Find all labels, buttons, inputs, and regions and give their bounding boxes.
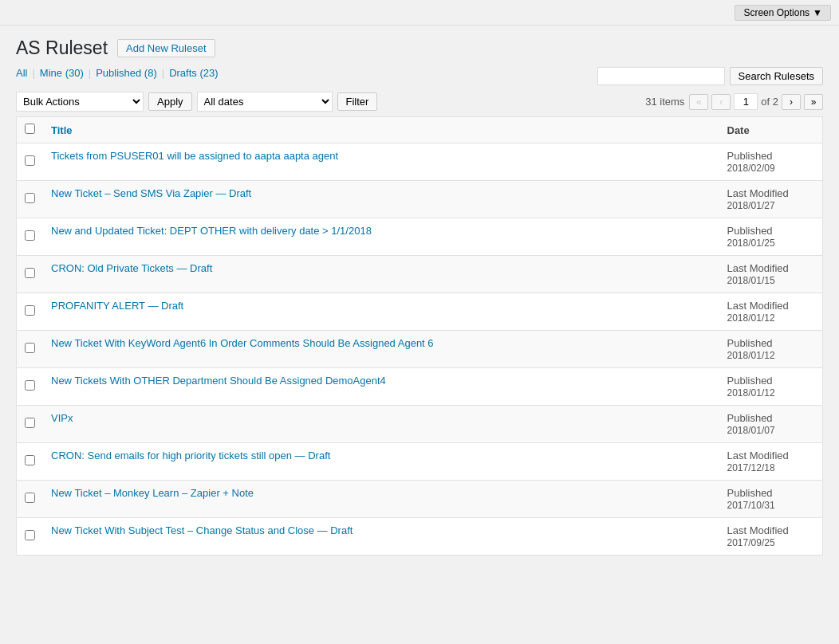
row-title-cell: New Ticket With KeyWord Agent6 In Order … — [43, 331, 719, 368]
filter-all-link[interactable]: All — [16, 67, 27, 79]
row-title-link[interactable]: New and Updated Ticket: DEPT OTHER with … — [51, 225, 372, 237]
table-row: New Tickets With OTHER Department Should… — [17, 368, 823, 406]
row-date-value: 2018/01/27 — [727, 200, 775, 211]
col-date-header: Date — [719, 117, 823, 143]
search-rulesets-button[interactable]: Search Rulesets — [730, 67, 823, 85]
row-checkbox-cell — [17, 406, 44, 443]
filter-drafts-link[interactable]: Drafts (23) — [169, 67, 218, 79]
rulesets-table: Title Date Tickets from PSUSER01 will be… — [16, 116, 823, 556]
row-date-status: Last Modified — [727, 450, 789, 461]
main-wrap: AS Ruleset Add New Ruleset All | Mine (3… — [0, 26, 839, 567]
row-title-link[interactable]: VIPx — [51, 412, 73, 424]
table-row: CRON: Send emails for high priority tick… — [17, 443, 823, 481]
row-title-link[interactable]: New Ticket With Subject Test – Change St… — [51, 524, 353, 536]
row-title-link[interactable]: New Ticket With KeyWord Agent6 In Order … — [51, 337, 434, 349]
row-checkbox[interactable] — [25, 530, 35, 540]
row-title-link[interactable]: New Ticket – Monkey Learn – Zapier + Not… — [51, 487, 254, 499]
row-title-link[interactable]: CRON: Send emails for high priority tick… — [51, 450, 330, 461]
row-checkbox-cell — [17, 181, 44, 218]
search-row: Search Rulesets — [597, 67, 823, 85]
table-row: CRON: Old Private Tickets — Draft Last M… — [17, 256, 823, 293]
row-title-link[interactable]: PROFANITY ALERT — Draft — [51, 300, 183, 312]
prev-page-button[interactable]: ‹ — [711, 94, 731, 110]
add-new-ruleset-button[interactable]: Add New Ruleset — [117, 39, 215, 57]
filter-mine-link[interactable]: Mine (30) — [40, 67, 84, 79]
row-title-cell: CRON: Send emails for high priority tick… — [43, 443, 719, 481]
table-row: PROFANITY ALERT — Draft Last Modified 20… — [17, 293, 823, 331]
row-checkbox[interactable] — [25, 493, 35, 503]
row-date-status: Published — [727, 412, 773, 424]
row-title-link[interactable]: CRON: Old Private Tickets — Draft — [51, 262, 212, 274]
table-row: New Ticket – Monkey Learn – Zapier + Not… — [17, 481, 823, 518]
col-title-sort-link[interactable]: Title — [51, 124, 73, 136]
row-checkbox-cell — [17, 293, 44, 331]
current-page-input[interactable] — [734, 93, 758, 110]
row-checkbox[interactable] — [25, 305, 35, 316]
items-count: 31 items — [645, 96, 684, 108]
apply-button[interactable]: Apply — [148, 92, 192, 111]
row-date-cell: Published 2018/01/12 — [719, 331, 823, 368]
table-body: Tickets from PSUSER01 will be assigned t… — [17, 143, 823, 556]
row-title-link[interactable]: New Ticket – Send SMS Via Zapier — Draft — [51, 187, 251, 199]
row-checkbox[interactable] — [25, 380, 35, 391]
row-title-cell: CRON: Old Private Tickets — Draft — [43, 256, 719, 293]
tablenav-left: Bulk Actions Apply All dates Filter — [16, 92, 377, 112]
row-date-status: Published — [727, 150, 773, 162]
row-title-cell: New Ticket With Subject Test – Change St… — [43, 518, 719, 556]
row-date-status: Published — [727, 337, 773, 349]
row-checkbox-cell — [17, 143, 44, 181]
filter-button[interactable]: Filter — [337, 92, 378, 111]
row-checkbox-cell — [17, 256, 44, 293]
row-checkbox[interactable] — [25, 343, 35, 353]
select-all-checkbox[interactable] — [25, 124, 35, 134]
row-date-cell: Published 2018/01/07 — [719, 406, 823, 443]
row-date-value: 2018/01/15 — [727, 275, 775, 286]
page-title-row: AS Ruleset Add New Ruleset — [16, 37, 823, 59]
table-row: New and Updated Ticket: DEPT OTHER with … — [17, 218, 823, 256]
row-title-cell: New and Updated Ticket: DEPT OTHER with … — [43, 218, 719, 256]
table-row: New Ticket With Subject Test – Change St… — [17, 518, 823, 556]
row-date-cell: Published 2018/01/25 — [719, 218, 823, 256]
row-date-status: Published — [727, 375, 773, 387]
top-bar: Screen Options ▼ — [0, 0, 839, 26]
row-date-value: 2017/10/31 — [727, 500, 775, 511]
row-date-cell: Last Modified 2018/01/27 — [719, 181, 823, 218]
row-title-link[interactable]: Tickets from PSUSER01 will be assigned t… — [51, 150, 338, 162]
row-checkbox-cell — [17, 368, 44, 406]
row-title-cell: PROFANITY ALERT — Draft — [43, 293, 719, 331]
row-checkbox-cell — [17, 443, 44, 481]
dates-filter-select[interactable]: All dates — [197, 92, 333, 112]
row-checkbox[interactable] — [25, 455, 35, 465]
row-checkbox-cell — [17, 331, 44, 368]
row-date-status: Last Modified — [727, 524, 789, 536]
screen-options-button[interactable]: Screen Options ▼ — [735, 5, 831, 21]
filter-published-link[interactable]: Published (8) — [96, 67, 157, 79]
row-date-status: Published — [727, 487, 773, 499]
search-input[interactable] — [597, 67, 725, 85]
row-title-link[interactable]: New Tickets With OTHER Department Should… — [51, 375, 386, 387]
row-checkbox[interactable] — [25, 155, 35, 166]
row-date-cell: Last Modified 2017/09/25 — [719, 518, 823, 556]
row-date-cell: Last Modified 2018/01/15 — [719, 256, 823, 293]
row-checkbox[interactable] — [25, 418, 35, 428]
tablenav-top: Bulk Actions Apply All dates Filter 31 i… — [16, 92, 823, 112]
row-checkbox[interactable] — [25, 268, 35, 278]
row-checkbox[interactable] — [25, 193, 35, 203]
last-page-button[interactable]: » — [804, 94, 823, 110]
filter-links: All | Mine (30) | Published (8) | Drafts… — [16, 67, 219, 79]
first-page-button[interactable]: « — [689, 94, 708, 110]
of-pages: of 2 — [761, 96, 778, 108]
row-date-status: Published — [727, 225, 773, 237]
row-date-value: 2017/09/25 — [727, 537, 775, 548]
row-date-cell: Published 2017/10/31 — [719, 481, 823, 518]
table-row: VIPx Published 2018/01/07 — [17, 406, 823, 443]
row-date-value: 2018/01/25 — [727, 238, 775, 249]
bulk-actions-select[interactable]: Bulk Actions — [16, 92, 144, 112]
row-date-value: 2018/01/07 — [727, 425, 775, 436]
page-title: AS Ruleset — [16, 37, 108, 59]
row-checkbox[interactable] — [25, 230, 35, 241]
screen-options-label: Screen Options — [743, 7, 809, 18]
col-title-header: Title — [43, 117, 719, 143]
row-date-cell: Last Modified 2017/12/18 — [719, 443, 823, 481]
next-page-button[interactable]: › — [782, 94, 801, 110]
